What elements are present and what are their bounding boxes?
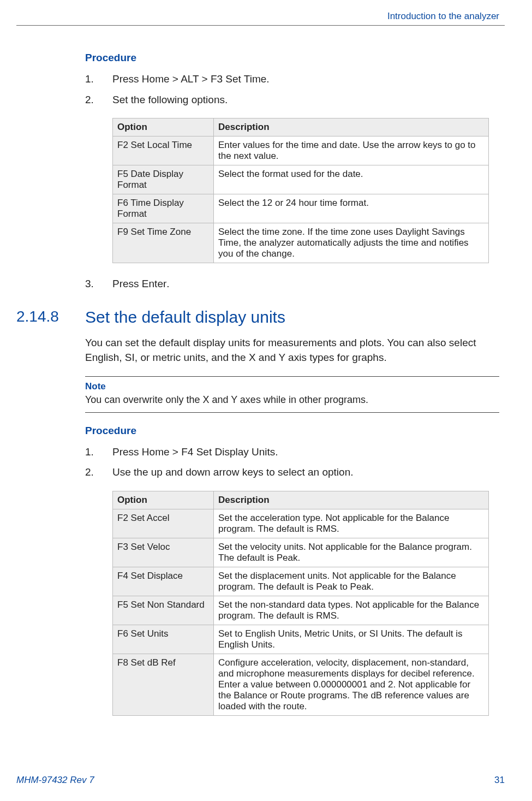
keypress-sequence: Home > ALT > F3 Set Time xyxy=(142,73,266,85)
ui-term: Route xyxy=(280,690,305,701)
footer-page-number: 31 xyxy=(494,775,505,786)
option-description-cell: Set to English Units, Metric Units, or S… xyxy=(214,625,489,654)
step-number: 2. xyxy=(85,465,112,480)
option-description-cell: Select the format used for the date. xyxy=(214,165,489,194)
step-number: 3. xyxy=(85,276,112,292)
table2-head-option: Option xyxy=(113,491,214,509)
table1-head-description: Description xyxy=(214,118,489,137)
step-text: Use the up and down arrow keys to select… xyxy=(112,465,499,480)
step-number: 2. xyxy=(85,92,112,108)
ui-term: Balance xyxy=(422,571,456,581)
step-text: Press Enter. xyxy=(112,276,499,292)
option-name-cell: F3 Set Veloc xyxy=(113,538,214,567)
step-text: Set the following options. xyxy=(112,92,499,108)
procedure-step: 2.Set the following options. xyxy=(85,92,499,108)
running-header: Introduction to the analyzer xyxy=(16,11,505,22)
procedure-2-label: Procedure xyxy=(85,425,499,437)
option-description-cell: Set the acceleration type. Not applicabl… xyxy=(214,509,489,538)
ui-term: SI Units xyxy=(369,628,402,639)
note-block: Note You can overwrite only the X and Y … xyxy=(85,376,499,413)
ui-term: RMS xyxy=(316,524,337,534)
ui-term: Peak xyxy=(277,553,298,563)
note-text: You can overwrite only the X and Y axes … xyxy=(85,393,499,407)
table-row: F9 Set Time ZoneSelect the time zone. If… xyxy=(113,223,489,263)
procedure-step: 1.Press Home > F4 Set Display Units. xyxy=(85,444,499,460)
option-description-cell: Set the non-standard data types. Not app… xyxy=(214,596,489,625)
ui-term: Balance xyxy=(399,542,432,552)
ui-term: Balance xyxy=(234,690,267,701)
note-label: Note xyxy=(85,381,499,392)
keypress-sequence: Home > F4 Set Display Units xyxy=(142,446,275,458)
footer-doc-id: MHM-97432 Rev 7 xyxy=(16,775,94,786)
option-name-cell: F6 Time Display Format xyxy=(113,194,214,223)
procedure-step: 1.Press Home > ALT > F3 Set Time. xyxy=(85,72,499,87)
procedure-1-label: Procedure xyxy=(85,52,499,64)
option-name-cell: F8 Set dB Ref xyxy=(113,654,214,716)
table-row: F5 Date Display FormatSelect the format … xyxy=(113,165,489,194)
table-row: F4 Set DisplaceSet the displacement unit… xyxy=(113,567,489,596)
procedure-step: 2.Use the up and down arrow keys to sele… xyxy=(85,465,499,480)
table-row: F2 Set Local TimeEnter values for the ti… xyxy=(113,137,489,165)
step-number: 1. xyxy=(85,72,112,87)
procedure-step: 3.Press Enter. xyxy=(85,276,499,292)
section-title: Set the default display units xyxy=(85,308,499,327)
ui-term: English Units xyxy=(245,628,299,639)
option-description-cell: Set the velocity units. Not applicable f… xyxy=(214,538,489,567)
option-name-cell: F4 Set Displace xyxy=(113,567,214,596)
option-name-cell: F2 Set Accel xyxy=(113,509,214,538)
page-footer: MHM-97432 Rev 7 31 xyxy=(16,775,505,786)
step-number: 1. xyxy=(85,444,112,460)
table-row: F3 Set VelocSet the velocity units. Not … xyxy=(113,538,489,567)
section-intro-paragraph: You can set the default display units fo… xyxy=(85,335,499,365)
table-row: F6 Set UnitsSet to English Units, Metric… xyxy=(113,625,489,654)
option-name-cell: F5 Date Display Format xyxy=(113,165,214,194)
option-description-cell: Configure acceleration, velocity, displa… xyxy=(214,654,489,716)
table-row: F6 Time Display FormatSelect the 12 or 2… xyxy=(113,194,489,223)
options-table-2: Option Description F2 Set AccelSet the a… xyxy=(112,491,489,716)
procedure-1-steps: 1.Press Home > ALT > F3 Set Time.2.Set t… xyxy=(85,72,499,107)
option-description-cell: Select the time zone. If the time zone u… xyxy=(214,223,489,263)
option-name-cell: F6 Set Units xyxy=(113,625,214,654)
table-row: F8 Set dB RefConfigure acceleration, vel… xyxy=(113,654,489,716)
option-description-cell: Enter values for the time and date. Use … xyxy=(214,137,489,165)
table1-head-option: Option xyxy=(113,118,214,137)
options-table-1: Option Description F2 Set Local TimeEnte… xyxy=(112,118,489,263)
step-text: Press Home > F4 Set Display Units. xyxy=(112,444,499,460)
option-name-cell: F9 Set Time Zone xyxy=(113,223,214,263)
table2-head-description: Description xyxy=(214,491,489,509)
ui-term: RMS xyxy=(316,610,337,621)
header-rule xyxy=(16,25,505,26)
ui-term: English Units xyxy=(218,639,272,650)
ui-term: Balance xyxy=(416,513,449,523)
ui-term: Peak to Peak xyxy=(316,582,371,592)
step-text: Press Home > ALT > F3 Set Time. xyxy=(112,72,499,87)
option-name-cell: F5 Set Non Standard xyxy=(113,596,214,625)
procedure-1-steps-cont: 3.Press Enter. xyxy=(85,276,499,292)
ui-term: Balance xyxy=(446,600,479,610)
table-row: F2 Set AccelSet the acceleration type. N… xyxy=(113,509,489,538)
table-row: F5 Set Non StandardSet the non-standard … xyxy=(113,596,489,625)
procedure-2-steps: 1.Press Home > F4 Set Display Units.2.Us… xyxy=(85,444,499,480)
option-description-cell: Select the 12 or 24 hour time format. xyxy=(214,194,489,223)
option-name-cell: F2 Set Local Time xyxy=(113,137,214,165)
option-description-cell: Set the displacement units. Not applicab… xyxy=(214,567,489,596)
keypress-sequence: Enter xyxy=(142,278,166,289)
ui-term: Metric Units xyxy=(304,628,354,639)
